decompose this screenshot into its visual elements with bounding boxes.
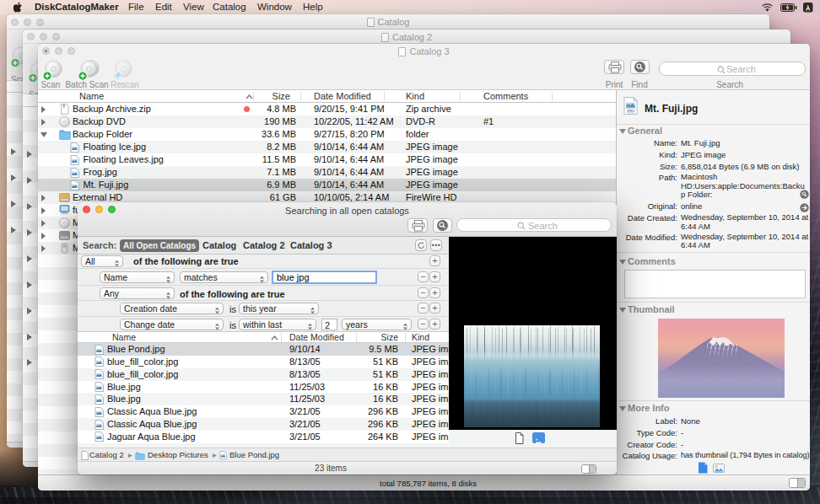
svg-text:JPEG: JPEG (627, 110, 634, 113)
